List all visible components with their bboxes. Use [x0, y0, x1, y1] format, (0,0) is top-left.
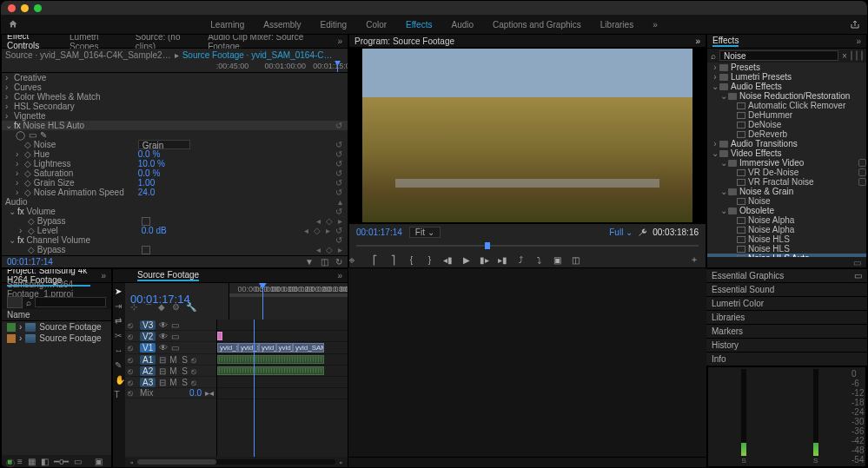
effects-search-input[interactable]	[719, 50, 838, 61]
panel-menu-icon[interactable]: »	[337, 36, 342, 46]
program-viewport[interactable]	[349, 47, 706, 224]
ec-mini-timeline[interactable]: :00:45:00 00:01:00:00 00:01:15:00	[2, 61, 348, 73]
button-editor-icon[interactable]: ＋	[690, 254, 699, 266]
video-track-header[interactable]: ⎋V1👁▭	[125, 342, 216, 354]
effect-item[interactable]: Noise Alpha	[707, 215, 866, 225]
add-marker-icon[interactable]: ⎆	[349, 255, 354, 265]
effect-item[interactable]: Noise	[707, 196, 866, 206]
panel-info[interactable]: Info	[706, 352, 867, 366]
mark-in-icon[interactable]: ⎡	[370, 255, 380, 265]
project-search-input[interactable]	[35, 297, 106, 307]
traffic-zoom-icon[interactable]	[34, 4, 42, 12]
noise-type-dropdown[interactable]: Grain	[138, 140, 190, 149]
effect-item[interactable]: Automatic Click Remover	[707, 101, 866, 110]
playhead[interactable]	[262, 283, 263, 320]
pin-icon[interactable]: ◫	[321, 257, 328, 267]
razor-tool-icon[interactable]: ✂	[115, 331, 124, 340]
ws-captions[interactable]: Captions and Graphics	[493, 20, 581, 30]
effect-folder[interactable]: ›Lumetri Presets	[707, 72, 866, 82]
effect-folder[interactable]: ›Audio Transitions	[707, 139, 866, 148]
timeline-clip[interactable]: yvid_SAM_0231-HQQuality.m	[276, 343, 294, 353]
timeline-audio-clip[interactable]	[217, 355, 324, 364]
effect-folder[interactable]: ⌄Noise Reduction/Restoration	[707, 91, 866, 101]
panel-lumetri-color[interactable]: Lumetri Color	[706, 296, 867, 310]
panel-menu-icon[interactable]: »	[695, 36, 700, 46]
yuv-filter-icon[interactable]	[861, 50, 863, 61]
panel-libraries[interactable]: Libraries	[706, 310, 867, 324]
bypass-checkbox[interactable]	[142, 217, 150, 226]
step-back-icon[interactable]: ◂▮	[443, 255, 453, 265]
effect-folder[interactable]: ⌄Video Effects	[707, 148, 866, 158]
compare-icon[interactable]: ◫	[571, 255, 580, 265]
loop-icon[interactable]: ↻	[335, 257, 342, 267]
resolution-dropdown[interactable]: Full ⌄	[609, 227, 633, 237]
wrench-icon[interactable]: 🔧	[186, 302, 195, 311]
ec-timecode[interactable]: 00:01:17:14	[7, 257, 53, 267]
new-bin-icon[interactable]: ▭	[74, 457, 82, 466]
panel-markers[interactable]: Markers	[706, 324, 867, 338]
timeline-clip[interactable]: yvid_SAM_0230-ProQuality	[259, 343, 276, 353]
lift-icon[interactable]: ⤴	[516, 255, 526, 265]
slip-tool-icon[interactable]: ↔	[115, 346, 124, 355]
ws-audio[interactable]: Audio	[451, 20, 474, 30]
video-track-header[interactable]: ⎋V3👁▭	[125, 320, 216, 331]
pen-tool-icon[interactable]: ✎	[115, 360, 124, 370]
wrench-icon[interactable]	[638, 227, 647, 237]
export-frame-icon[interactable]: ▣	[553, 255, 562, 265]
ws-color[interactable]: Color	[366, 20, 387, 30]
accel-filter-icon[interactable]	[851, 50, 852, 61]
export-icon[interactable]	[850, 19, 860, 30]
audio-track-header[interactable]: ⎋A2⊟MS⎋	[125, 366, 216, 377]
info-icon[interactable]: ⓘ	[1, 458, 15, 468]
type-tool-icon[interactable]: T	[115, 390, 124, 399]
list-view-icon[interactable]: ≡	[17, 457, 23, 466]
ws-overflow[interactable]: »	[653, 20, 658, 30]
home-icon[interactable]	[8, 19, 18, 30]
chvol-bypass-checkbox[interactable]	[142, 246, 150, 254]
audio-track-header[interactable]: ⎋A1⊟MS⎋	[125, 354, 216, 366]
mask-rect-icon[interactable]: ▭	[29, 130, 36, 140]
track-area[interactable]: yvid_SAM_0161-C4K_Sample.movyvid_SAM_016…	[217, 320, 348, 457]
mask-ellipse-icon[interactable]: ◯	[16, 130, 25, 140]
audio-section[interactable]: Audio▴	[2, 197, 348, 207]
effect-item[interactable]: DeHummer	[707, 110, 866, 120]
extract-icon[interactable]: ⤵	[534, 255, 544, 265]
panel-menu-icon[interactable]: »	[856, 36, 861, 46]
settings-icon[interactable]: ⚙	[172, 302, 181, 311]
tab-sequence[interactable]: Source Footage	[137, 270, 199, 281]
timeline-ruler[interactable]: 00:00:30:0000:01:00:0000:01:30:0000:02:0…	[229, 283, 348, 320]
traffic-minimize-icon[interactable]	[21, 4, 29, 12]
effect-folder[interactable]: ⌄Immersive Video	[707, 158, 866, 168]
project-item[interactable]: ›Source Footage	[2, 321, 111, 333]
32bit-filter-icon[interactable]	[856, 50, 858, 61]
noise-hls-auto-header[interactable]: ⌄fx Noise HLS Auto↺	[2, 121, 348, 130]
effect-item[interactable]: Noise Alpha	[707, 225, 866, 234]
effect-item[interactable]: Noise HLS	[707, 244, 866, 254]
selection-tool-icon[interactable]: ➤	[115, 287, 124, 296]
play-icon[interactable]: ▶	[461, 255, 471, 265]
ws-effects[interactable]: Effects	[406, 20, 432, 30]
panel-essential-graphics[interactable]: Essential Graphics▭	[706, 268, 867, 282]
panel-history[interactable]: History	[706, 338, 867, 352]
effect-item[interactable]: DeReverb	[707, 129, 866, 139]
zoom-fit-dropdown[interactable]: Fit ⌄	[409, 227, 441, 238]
ws-editing[interactable]: Editing	[321, 20, 348, 30]
marker-icon[interactable]: ◆	[158, 302, 167, 311]
new-item-icon[interactable]: ▣	[95, 457, 103, 466]
level-value[interactable]: 0.0 dB	[142, 226, 194, 235]
effect-item[interactable]: VR Fractal Noise	[707, 177, 866, 187]
audio-track-header[interactable]: ⎋A3⊟MS⎋	[125, 377, 216, 388]
track-select-tool-icon[interactable]: ⇥	[115, 301, 124, 311]
video-track-header[interactable]: ⎋V2👁▭	[125, 331, 216, 342]
reset-icon[interactable]: ↺	[335, 121, 342, 130]
effects-tree[interactable]: ›Presets›Lumetri Presets⌄Audio Effects⌄N…	[707, 63, 866, 257]
freeform-view-icon[interactable]: ◧	[41, 457, 49, 466]
source-link[interactable]: Source Footage · yvid_SAM_0164-C…	[182, 50, 333, 60]
timeline-clip[interactable]: yvid_SAM_0164-C4K_Sample	[238, 343, 259, 353]
go-in-icon[interactable]: {	[407, 255, 416, 265]
ripple-tool-icon[interactable]: ⇄	[115, 316, 124, 326]
snap-icon[interactable]: ⊹	[130, 302, 139, 311]
clear-search-icon[interactable]: ×	[842, 51, 847, 61]
effect-item[interactable]: Noise HLS	[707, 234, 866, 244]
timeline-audio-clip[interactable]	[217, 366, 324, 375]
